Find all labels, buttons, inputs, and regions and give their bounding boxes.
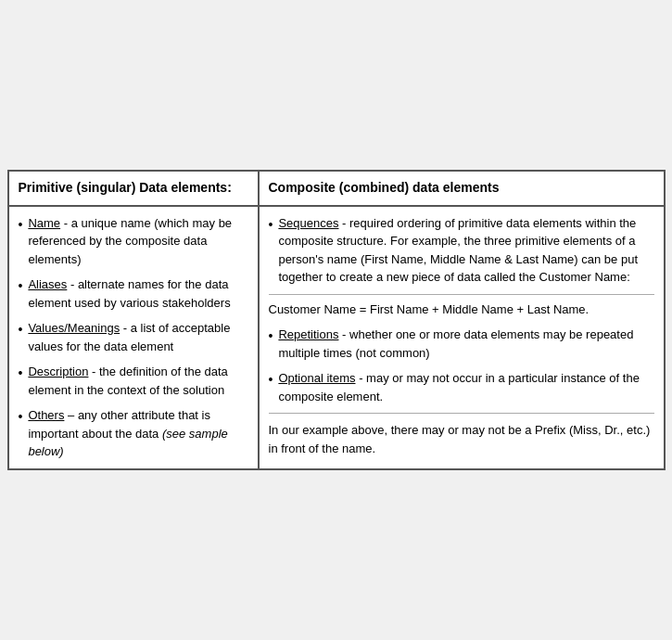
term-repetitions: Repetitions: [278, 327, 338, 341]
content-row: • Name - a unique name (which may be ref…: [9, 207, 664, 468]
item-text: Values/Meanings - a list of acceptable v…: [28, 319, 247, 355]
formula-text: Customer Name = First Name + Middle Name…: [269, 301, 654, 319]
list-item: • Description - the definition of the da…: [19, 363, 248, 399]
bullet-icon: •: [269, 215, 273, 235]
list-item: • Values/Meanings - a list of acceptable…: [19, 319, 248, 355]
bullet-icon: •: [19, 320, 23, 339]
left-bullet-list: • Name - a unique name (which may be ref…: [19, 214, 248, 461]
list-item: • Optional items - may or may not occur …: [269, 369, 654, 405]
term-values: Values/Meanings: [28, 321, 120, 335]
bullet-icon: •: [19, 215, 23, 235]
bullet-icon: •: [19, 276, 23, 296]
header-right: Composite (combined) data elements: [260, 172, 664, 205]
list-item: • Repetitions - whether one or more data…: [269, 326, 654, 362]
term-optional: Optional items: [278, 371, 355, 385]
data-elements-table: Primitive (singular) Data elements: Comp…: [7, 170, 666, 470]
item-text: Name - a unique name (which may be refer…: [28, 214, 247, 269]
sequences-section: • Sequences - required ordering of primi…: [269, 214, 654, 295]
term-others: Others: [28, 408, 64, 422]
list-item: • Name - a unique name (which may be ref…: [19, 214, 248, 269]
closing-text: In our example above, there may or may n…: [269, 413, 654, 457]
right-column: • Sequences - required ordering of primi…: [260, 207, 664, 468]
right-bullet-list: • Repetitions - whether one or more data…: [269, 326, 654, 405]
term-name: Name: [28, 216, 60, 230]
item-text: Others – any other attribute that is imp…: [28, 406, 247, 461]
bullet-icon: •: [269, 326, 273, 346]
header-left-text: Primitive (singular) Data elements:: [19, 180, 232, 195]
header-left: Primitive (singular) Data elements:: [9, 172, 260, 205]
item-text: Optional items - may or may not occur in…: [278, 369, 653, 405]
header-right-text: Composite (combined) data elements: [269, 179, 500, 198]
item-text: Description - the definition of the data…: [28, 363, 247, 399]
sequences-list: • Sequences - required ordering of primi…: [269, 214, 654, 287]
list-item: • Aliases - alternate names for the data…: [19, 275, 248, 312]
term-aliases: Aliases: [28, 277, 67, 291]
list-item: • Sequences - required ordering of primi…: [269, 214, 654, 287]
item-text: Repetitions - whether one or more data e…: [278, 326, 653, 362]
item-text: Aliases - alternate names for the data e…: [28, 275, 247, 312]
list-item: • Others – any other attribute that is i…: [19, 406, 248, 461]
term-description: Description: [28, 365, 88, 378]
item-text: Sequences - required ordering of primiti…: [278, 214, 653, 287]
header-row: Primitive (singular) Data elements: Comp…: [9, 172, 664, 207]
bullet-icon: •: [269, 370, 273, 390]
bullet-icon: •: [19, 407, 23, 427]
bullet-icon: •: [19, 364, 23, 383]
term-sequences: Sequences: [278, 216, 338, 230]
left-column: • Name - a unique name (which may be ref…: [9, 207, 260, 468]
